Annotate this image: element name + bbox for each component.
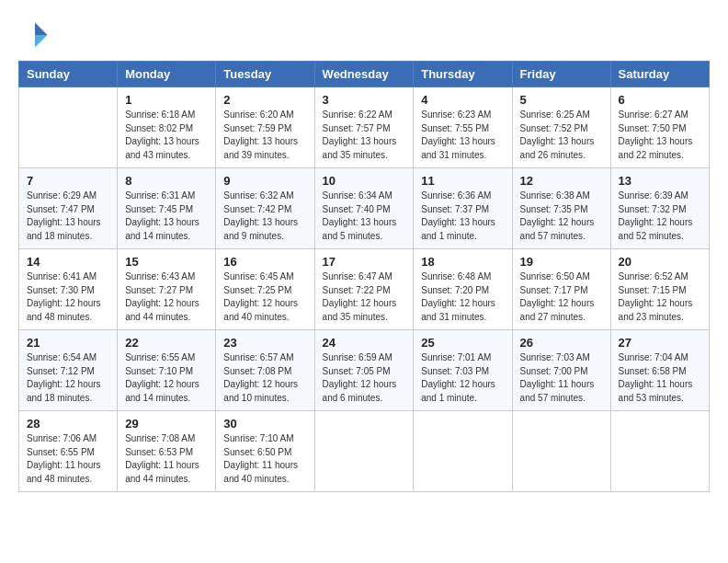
calendar-cell: 25 Sunrise: 7:01 AMSunset: 7:03 PMDaylig… [414,330,512,411]
day-number: 16 [223,255,306,269]
logo [18,18,55,52]
calendar-cell: 29 Sunrise: 7:08 AMSunset: 6:53 PMDaylig… [118,411,216,492]
calendar-cell: 17 Sunrise: 6:47 AMSunset: 7:22 PMDaylig… [314,249,414,330]
day-detail: Sunrise: 6:45 AMSunset: 7:25 PMDaylight:… [223,270,306,324]
day-detail: Sunrise: 7:08 AMSunset: 6:53 PMDaylight:… [125,432,208,486]
calendar-cell: 1 Sunrise: 6:18 AMSunset: 8:02 PMDayligh… [118,87,216,168]
calendar-cell: 16 Sunrise: 6:45 AMSunset: 7:25 PMDaylig… [216,249,314,330]
day-number: 7 [27,174,109,188]
day-number: 13 [619,174,701,188]
day-detail: Sunrise: 6:32 AMSunset: 7:42 PMDaylight:… [223,190,306,243]
calendar-cell [512,411,610,492]
calendar-cell: 18 Sunrise: 6:48 AMSunset: 7:20 PMDaylig… [414,249,512,330]
calendar-cell: 30 Sunrise: 7:10 AMSunset: 6:50 PMDaylig… [216,411,314,492]
calendar-cell: 24 Sunrise: 6:59 AMSunset: 7:05 PMDaylig… [314,330,414,411]
calendar-cell: 14 Sunrise: 6:41 AMSunset: 7:30 PMDaylig… [19,249,118,330]
day-number: 11 [421,174,504,188]
day-detail: Sunrise: 6:55 AMSunset: 7:10 PMDaylight:… [125,351,208,405]
day-detail: Sunrise: 6:22 AMSunset: 7:57 PMDaylight:… [323,109,406,162]
day-detail: Sunrise: 6:39 AMSunset: 7:32 PMDaylight:… [619,190,701,243]
day-detail: Sunrise: 6:20 AMSunset: 7:59 PMDaylight:… [223,109,306,162]
calendar-cell: 13 Sunrise: 6:39 AMSunset: 7:32 PMDaylig… [610,168,709,249]
day-number: 29 [125,417,208,431]
calendar-cell [414,411,512,492]
calendar-cell: 15 Sunrise: 6:43 AMSunset: 7:27 PMDaylig… [118,249,216,330]
day-number: 4 [421,93,504,107]
weekday-header-row: SundayMondayTuesdayWednesdayThursdayFrid… [19,62,710,87]
svg-marker-1 [35,35,48,48]
day-detail: Sunrise: 6:43 AMSunset: 7:27 PMDaylight:… [125,270,208,324]
day-number: 12 [520,174,603,188]
day-number: 8 [125,174,208,188]
week-row-1: 1 Sunrise: 6:18 AMSunset: 8:02 PMDayligh… [19,87,710,168]
calendar-cell: 21 Sunrise: 6:54 AMSunset: 7:12 PMDaylig… [19,330,118,411]
day-detail: Sunrise: 6:50 AMSunset: 7:17 PMDaylight:… [520,270,603,324]
day-number: 14 [27,255,109,269]
day-number: 6 [619,93,701,107]
day-detail: Sunrise: 6:25 AMSunset: 7:52 PMDaylight:… [520,109,603,162]
day-number: 3 [323,93,406,107]
calendar-cell: 6 Sunrise: 6:27 AMSunset: 7:50 PMDayligh… [610,87,709,168]
calendar-cell: 3 Sunrise: 6:22 AMSunset: 7:57 PMDayligh… [314,87,414,168]
day-number: 5 [520,93,603,107]
day-detail: Sunrise: 6:34 AMSunset: 7:40 PMDaylight:… [323,190,406,243]
calendar-cell: 9 Sunrise: 6:32 AMSunset: 7:42 PMDayligh… [216,168,314,249]
day-detail: Sunrise: 6:41 AMSunset: 7:30 PMDaylight:… [27,270,109,324]
calendar-cell: 28 Sunrise: 7:06 AMSunset: 6:55 PMDaylig… [19,411,118,492]
week-row-3: 14 Sunrise: 6:41 AMSunset: 7:30 PMDaylig… [19,249,710,330]
day-number: 26 [520,336,603,350]
calendar-cell: 5 Sunrise: 6:25 AMSunset: 7:52 PMDayligh… [512,87,610,168]
day-number: 19 [520,255,603,269]
day-number: 27 [619,336,701,350]
calendar-cell [610,411,709,492]
calendar-cell: 12 Sunrise: 6:38 AMSunset: 7:35 PMDaylig… [512,168,610,249]
calendar-cell: 10 Sunrise: 6:34 AMSunset: 7:40 PMDaylig… [314,168,414,249]
page-header [18,18,710,52]
day-number: 15 [125,255,208,269]
day-detail: Sunrise: 6:59 AMSunset: 7:05 PMDaylight:… [323,351,406,405]
day-detail: Sunrise: 7:06 AMSunset: 6:55 PMDaylight:… [27,432,109,486]
day-number: 25 [421,336,504,350]
weekday-header-saturday: Saturday [610,62,709,87]
day-detail: Sunrise: 6:47 AMSunset: 7:22 PMDaylight:… [323,270,406,324]
logo-icon [18,18,51,52]
day-number: 10 [323,174,406,188]
calendar-cell [314,411,414,492]
day-detail: Sunrise: 7:10 AMSunset: 6:50 PMDaylight:… [223,432,306,486]
calendar-cell: 26 Sunrise: 7:03 AMSunset: 7:00 PMDaylig… [512,330,610,411]
weekday-header-tuesday: Tuesday [216,62,314,87]
day-number: 2 [223,93,306,107]
calendar-cell: 7 Sunrise: 6:29 AMSunset: 7:47 PMDayligh… [19,168,118,249]
calendar-cell: 4 Sunrise: 6:23 AMSunset: 7:55 PMDayligh… [414,87,512,168]
day-detail: Sunrise: 6:57 AMSunset: 7:08 PMDaylight:… [223,351,306,405]
day-number: 1 [125,93,208,107]
day-detail: Sunrise: 7:03 AMSunset: 7:00 PMDaylight:… [520,351,603,405]
day-detail: Sunrise: 6:23 AMSunset: 7:55 PMDaylight:… [421,109,504,162]
day-detail: Sunrise: 6:52 AMSunset: 7:15 PMDaylight:… [619,270,701,324]
day-detail: Sunrise: 6:18 AMSunset: 8:02 PMDaylight:… [125,109,208,162]
calendar-cell: 22 Sunrise: 6:55 AMSunset: 7:10 PMDaylig… [118,330,216,411]
day-number: 9 [223,174,306,188]
day-number: 22 [125,336,208,350]
calendar-cell: 11 Sunrise: 6:36 AMSunset: 7:37 PMDaylig… [414,168,512,249]
day-detail: Sunrise: 6:54 AMSunset: 7:12 PMDaylight:… [27,351,109,405]
week-row-5: 28 Sunrise: 7:06 AMSunset: 6:55 PMDaylig… [19,411,710,492]
calendar-cell: 27 Sunrise: 7:04 AMSunset: 6:58 PMDaylig… [610,330,709,411]
weekday-header-thursday: Thursday [414,62,512,87]
day-number: 18 [421,255,504,269]
weekday-header-monday: Monday [118,62,216,87]
weekday-header-wednesday: Wednesday [314,62,414,87]
day-detail: Sunrise: 7:01 AMSunset: 7:03 PMDaylight:… [421,351,504,405]
day-detail: Sunrise: 6:38 AMSunset: 7:35 PMDaylight:… [520,190,603,243]
day-detail: Sunrise: 6:27 AMSunset: 7:50 PMDaylight:… [619,109,701,162]
calendar-cell: 20 Sunrise: 6:52 AMSunset: 7:15 PMDaylig… [610,249,709,330]
calendar-cell: 23 Sunrise: 6:57 AMSunset: 7:08 PMDaylig… [216,330,314,411]
calendar-cell [19,87,118,168]
svg-marker-0 [35,23,48,36]
day-number: 21 [27,336,109,350]
weekday-header-sunday: Sunday [19,62,118,87]
day-detail: Sunrise: 7:04 AMSunset: 6:58 PMDaylight:… [619,351,701,405]
weekday-header-friday: Friday [512,62,610,87]
day-detail: Sunrise: 6:48 AMSunset: 7:20 PMDaylight:… [421,270,504,324]
day-number: 20 [619,255,701,269]
